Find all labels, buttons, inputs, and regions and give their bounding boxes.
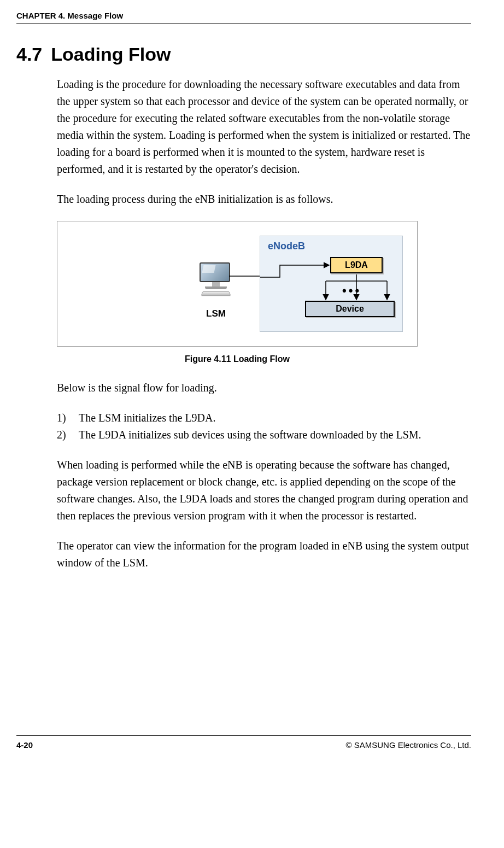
paragraph-below: Below is the signal flow for loading. [57,379,471,396]
paragraph-operator-view: The operator can view the information fo… [57,537,471,571]
foot-rule [16,735,471,736]
steps-list: 1) The LSM initializes the L9DA. 2) The … [57,410,471,443]
page-number: 4-20 [16,740,33,750]
lsm-node: LSM [194,262,238,319]
enodeb-label: eNodeB [260,236,402,252]
ellipsis-icon: ••• [342,284,361,298]
running-head: CHAPTER 4. Message Flow [16,11,471,20]
list-item: 2) The L9DA initializes sub devices usin… [57,426,471,443]
list-num: 1) [57,410,79,426]
device-node: Device [305,301,395,317]
section-number: 4.7 [16,44,42,65]
figure-loading-flow: LSM eNodeB L9DA ••• Device [57,221,471,347]
list-text: The LSM initializes the L9DA. [79,410,216,426]
paragraph-leadin: The loading process during the eNB initi… [57,191,471,208]
head-rule [16,24,471,24]
paragraph-intro: Loading is the procedure for downloading… [57,76,471,178]
list-text: The L9DA initializes sub devices using t… [79,426,421,443]
copyright: © SAMSUNG Electronics Co., Ltd. [346,740,471,750]
enodeb-box: eNodeB L9DA ••• Device [260,236,403,332]
lsm-label: LSM [194,308,238,319]
paragraph-runtime-loading: When loading is performed while the eNB … [57,457,471,524]
l9da-node: L9DA [330,257,383,273]
page-footer: 4-20 © SAMSUNG Electronics Co., Ltd. [16,735,471,750]
figure-caption: Figure 4.11 Loading Flow [57,354,418,364]
list-num: 2) [57,426,79,443]
list-item: 1) The LSM initializes the L9DA. [57,410,471,426]
section-title: Loading Flow [51,44,171,65]
monitor-icon [200,262,232,289]
